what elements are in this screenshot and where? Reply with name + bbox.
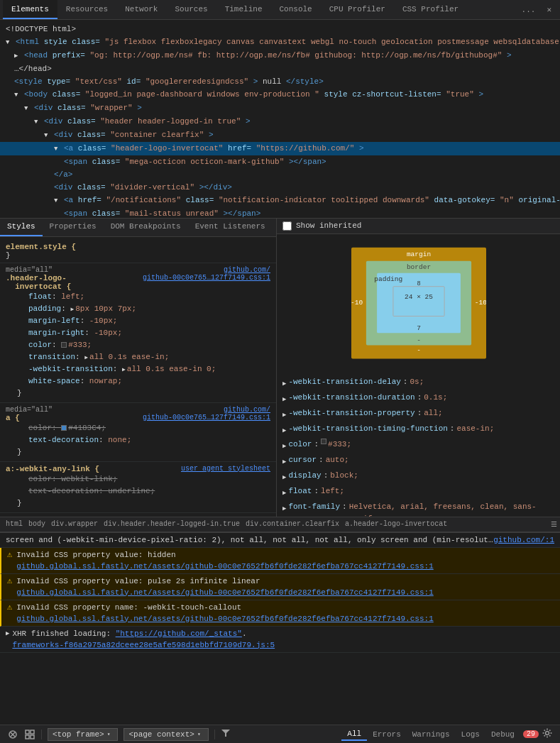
html-line[interactable]: <div class= "wrapper" > xyxy=(0,101,560,115)
inspect-element-button[interactable] xyxy=(21,728,38,741)
breadcrumb-body[interactable]: body xyxy=(26,520,48,528)
tab-console[interactable]: Console xyxy=(270,0,320,19)
expand-icon[interactable] xyxy=(6,39,9,46)
expand-icon[interactable] xyxy=(14,92,18,99)
expand-icon[interactable]: ▶ xyxy=(6,628,9,639)
html-line[interactable]: <span class= "mail-status unread" ></spa… xyxy=(0,207,560,219)
svg-marker-21 xyxy=(221,730,230,737)
color-swatch[interactable] xyxy=(61,425,67,431)
tab-styles[interactable]: Styles xyxy=(0,219,43,236)
filter-tab-logs[interactable]: Logs xyxy=(456,729,485,740)
breadcrumb-wrapper[interactable]: div.wrapper xyxy=(48,520,101,528)
clear-console-button[interactable] xyxy=(4,728,21,741)
expand-icon[interactable]: ▶ xyxy=(282,378,286,390)
expand-icon[interactable] xyxy=(34,119,38,126)
svg-rect-11 xyxy=(392,287,444,317)
console-source-link[interactable]: github.global.ssl.fastly.net/assets/gith… xyxy=(16,588,434,597)
css-selector-element: element.style { xyxy=(6,243,270,251)
tab-network[interactable]: Network xyxy=(116,0,166,19)
filter-button[interactable] xyxy=(218,727,234,742)
warning-icon: ⚠ xyxy=(7,576,12,587)
frame-dropdown[interactable]: <top frame> ▾ xyxy=(48,728,118,741)
html-line[interactable]: <div class= "divider-vertical" ></div> xyxy=(0,181,560,194)
chevron-down-icon: ▾ xyxy=(197,731,201,737)
html-line[interactable]: <div class= "header header-logged-in tru… xyxy=(0,115,560,128)
breadcrumb-more[interactable]: ☰ xyxy=(551,520,557,529)
tab-elements[interactable]: Elements xyxy=(3,0,57,19)
css-prop-margin-left: margin-left: -10px; xyxy=(6,315,270,327)
filter-tab-errors[interactable]: Errors xyxy=(367,729,407,740)
html-panel: <!DOCTYPE html> <html style class= "js f… xyxy=(0,20,560,219)
box-model-diagram: margin - -10 -10 border - padding 7 xyxy=(351,246,486,360)
expand-icon[interactable] xyxy=(24,105,28,112)
tab-css-profiler[interactable]: CSS Profiler xyxy=(394,0,467,19)
expand-icon[interactable]: ▶ xyxy=(282,503,286,515)
html-line[interactable]: </a> xyxy=(0,168,560,181)
svg-point-25 xyxy=(543,732,544,734)
show-inherited-checkbox[interactable] xyxy=(282,221,292,231)
tab-timeline[interactable]: Timeline xyxy=(216,0,271,19)
expand-icon[interactable]: ▶ xyxy=(282,409,286,422)
color-swatch[interactable] xyxy=(61,342,67,348)
html-line[interactable]: …</head> xyxy=(0,62,560,75)
svg-text:7: 7 xyxy=(417,324,421,332)
html-line[interactable]: <head prefix= "og: http://ogp.me/ns# fb:… xyxy=(0,49,560,62)
more-tabs-button[interactable]: ... xyxy=(516,3,542,17)
console-source-link[interactable]: github.global.ssl.fastly.net/assets/gith… xyxy=(16,562,434,571)
css-prop-wk-text-dec: text-decoration: underline; xyxy=(6,485,270,497)
computed-item: ▶ -webkit-transition-property : all; xyxy=(282,407,554,422)
console-source-link[interactable]: github.global.ssl.fastly.net/assets/gith… xyxy=(16,615,434,623)
breadcrumb-html[interactable]: html xyxy=(3,520,26,528)
filter-tab-debug[interactable]: Debug xyxy=(485,729,520,740)
tab-properties[interactable]: Properties xyxy=(43,219,104,236)
css-prop-a-text-dec: text-decoration: none; xyxy=(6,434,270,446)
html-line[interactable]: <a href= "/notifications" class= "notifi… xyxy=(0,194,560,207)
tab-sources[interactable]: Sources xyxy=(166,0,216,19)
css-prop-white-space: white-space: nowrap; xyxy=(6,375,270,387)
css-rule-a: media="all" github.com/ a { github-00c0e… xyxy=(0,403,276,462)
svg-text:border: border xyxy=(406,263,430,271)
html-line[interactable]: <div class= "container clearfix" > xyxy=(0,128,560,142)
html-line[interactable]: <style type= "text/css" id= "googlerered… xyxy=(0,75,560,88)
expand-icon[interactable]: ▶ xyxy=(282,488,286,500)
svg-rect-20 xyxy=(31,735,34,739)
context-dropdown[interactable]: <page context> ▾ xyxy=(123,728,208,741)
expand-icon[interactable] xyxy=(14,53,18,60)
console-source-link[interactable]: github.com/:1 xyxy=(493,534,554,546)
breadcrumb-header[interactable]: div.header.header-logged-in.true xyxy=(101,520,243,528)
expand-icon[interactable] xyxy=(44,132,48,139)
filter-tab-all[interactable]: All xyxy=(341,728,367,741)
svg-point-26 xyxy=(551,732,552,734)
close-devtools-button[interactable]: ✕ xyxy=(541,2,557,17)
expand-icon[interactable]: ▶ xyxy=(282,472,286,484)
chevron-down-icon: ▾ xyxy=(107,731,111,737)
html-line[interactable]: <html style class= "js flexbox flexboxle… xyxy=(0,35,560,49)
settings-button[interactable] xyxy=(539,727,556,742)
devtools-tab-bar: Elements Resources Network Sources Timel… xyxy=(0,0,560,20)
computed-item: ▶ display : block; xyxy=(282,469,554,485)
expand-icon[interactable]: ▶ xyxy=(282,394,286,406)
breadcrumb-active[interactable]: a.header-logo-invertocat xyxy=(342,520,450,528)
inspect-icon xyxy=(25,730,35,739)
html-line[interactable]: <!DOCTYPE html> xyxy=(0,23,560,35)
expand-icon[interactable]: ▶ xyxy=(282,441,286,453)
color-swatch[interactable] xyxy=(321,439,326,444)
xhr-link[interactable]: "https://github.com/_stats" xyxy=(116,629,242,638)
tab-event-listeners[interactable]: Event Listeners xyxy=(188,219,273,236)
breadcrumb-container[interactable]: div.container.clearfix xyxy=(243,520,342,528)
expand-icon[interactable]: ▶ xyxy=(282,425,286,437)
console-source-link[interactable]: frameworks-f86a2975a82dceee28e5afe598d1e… xyxy=(12,641,275,649)
filter-tab-warnings[interactable]: Warnings xyxy=(407,729,456,740)
html-line-selected[interactable]: <a class= "header-logo-invertocat" href=… xyxy=(0,142,560,155)
expand-icon[interactable] xyxy=(54,197,57,204)
expand-icon[interactable] xyxy=(54,145,57,153)
html-line[interactable]: <body class= "logged_in page-dashboard w… xyxy=(0,88,560,101)
tab-dom-breakpoints[interactable]: DOM Breakpoints xyxy=(104,219,188,236)
tab-cpu-profiler[interactable]: CPU Profiler xyxy=(321,0,394,19)
styles-tab-bar: Styles Properties DOM Breakpoints Event … xyxy=(0,219,276,237)
svg-rect-19 xyxy=(26,735,29,739)
tab-resources[interactable]: Resources xyxy=(57,0,116,19)
bottom-toolbar: <top frame> ▾ <page context> ▾ All Error… xyxy=(0,725,560,743)
html-line[interactable]: <span class= "mega-octicon octicon-mark-… xyxy=(0,155,560,168)
expand-icon[interactable]: ▶ xyxy=(282,456,286,468)
